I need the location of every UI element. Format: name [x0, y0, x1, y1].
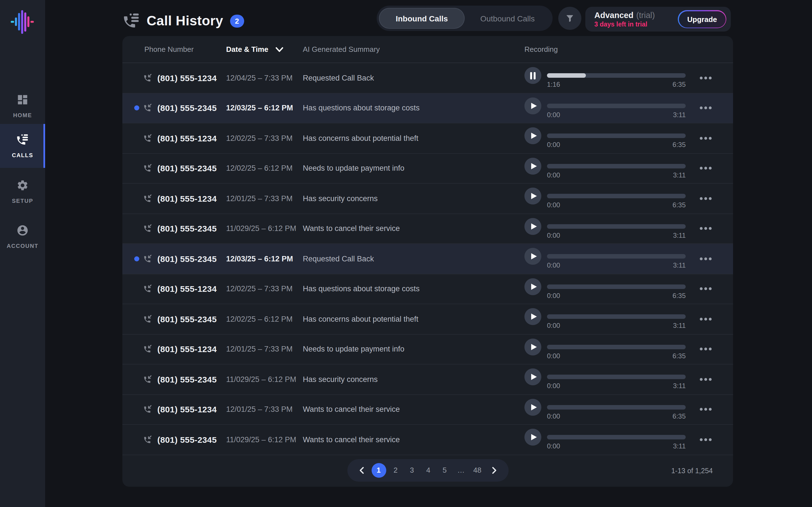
play-pause-button[interactable]: [524, 339, 541, 355]
incoming-call-icon: [143, 103, 152, 113]
call-log-icon: [16, 133, 29, 148]
chevron-right-icon: [490, 466, 498, 474]
table-row[interactable]: (801) 555-1234 12/01/25 – 7:33 PM Wants …: [122, 395, 733, 425]
progress-bar[interactable]: 0:00 6:35: [547, 405, 686, 409]
table-row[interactable]: (801) 555-1234 12/04/25 – 7:33 PM Reques…: [122, 63, 733, 93]
table-row[interactable]: (801) 555-2345 11/029/25 – 6:12 PM Has s…: [122, 364, 733, 395]
row-actions-menu-button[interactable]: [697, 254, 714, 264]
sidebar-item-label: SETUP: [12, 198, 33, 204]
progress-bar[interactable]: 1:16 6:35: [547, 73, 686, 78]
progress-bar[interactable]: 0:00 3:11: [547, 375, 686, 379]
phone-number: (801) 555-2345: [157, 314, 226, 324]
funnel-icon: [565, 13, 574, 23]
progress-bar[interactable]: 0:00 3:11: [547, 224, 686, 229]
play-icon: [530, 252, 537, 261]
play-pause-button[interactable]: [524, 98, 541, 114]
tab-inbound-calls[interactable]: Inbound Calls: [379, 8, 465, 29]
play-pause-button[interactable]: [524, 308, 541, 325]
progress-track: [547, 224, 686, 229]
ai-summary: Has concerns about potential theft: [303, 134, 524, 143]
row-actions-menu-button[interactable]: [697, 103, 714, 113]
total-duration: 6:35: [672, 141, 686, 149]
ai-summary: Wants to cancel their service: [303, 405, 524, 414]
time-labels: 0:00 6:35: [547, 141, 686, 149]
progress-bar[interactable]: 0:00 3:11: [547, 315, 686, 319]
play-pause-button[interactable]: [524, 67, 541, 84]
progress-track: [547, 345, 686, 349]
call-history-panel: Phone Number Date & Time AI Generated Su…: [122, 36, 733, 487]
gear-icon: [16, 179, 29, 194]
elapsed-time: 0:00: [547, 202, 560, 209]
plan-info: Advanced(trial) 3 days left in trial: [594, 11, 655, 27]
row-actions-menu-button[interactable]: [697, 133, 714, 143]
filter-button[interactable]: [558, 7, 581, 30]
time-labels: 0:00 3:11: [547, 443, 686, 450]
progress-bar[interactable]: 0:00 3:11: [547, 255, 686, 259]
tab-outbound-calls[interactable]: Outbound Calls: [465, 8, 550, 29]
play-pause-button[interactable]: [524, 399, 541, 416]
page-header: Call History 2: [123, 9, 244, 33]
column-header-phone-number: Phone Number: [130, 45, 226, 54]
total-duration: 6:35: [672, 202, 686, 209]
progress-bar[interactable]: 0:00 6:35: [547, 134, 686, 138]
recording-player: 0:00 6:35: [524, 188, 686, 205]
row-actions-menu-button[interactable]: [697, 435, 714, 445]
pagination-next-button[interactable]: [487, 466, 500, 474]
pagination-page-1[interactable]: 1: [371, 463, 386, 477]
play-pause-button[interactable]: [524, 128, 541, 145]
pagination-page-5[interactable]: 5: [438, 463, 451, 477]
incoming-call-icon: [143, 314, 152, 324]
row-actions-menu-button[interactable]: [697, 224, 714, 233]
progress-bar[interactable]: 0:00 3:11: [547, 164, 686, 168]
recording-player: 0:00 3:11: [524, 429, 686, 446]
play-pause-button[interactable]: [524, 218, 541, 235]
progress-bar[interactable]: 0:00 6:35: [547, 194, 686, 199]
row-actions-menu-button[interactable]: [697, 73, 714, 83]
table-row[interactable]: (801) 555-2345 11/029/25 – 6:12 PM Wants…: [122, 425, 733, 455]
sidebar-item-calls[interactable]: CALLS: [0, 124, 45, 168]
pagination-page-48[interactable]: 48: [470, 463, 484, 477]
row-actions-menu-button[interactable]: [697, 405, 714, 414]
table-row[interactable]: (801) 555-2345 12/03/25 – 6:12 PM Has qu…: [122, 93, 733, 123]
table-row[interactable]: (801) 555-1234 12/02/25 – 7:33 PM Has co…: [122, 123, 733, 154]
column-header-date-time-sort[interactable]: Date & Time: [226, 45, 303, 54]
pagination-prev-button[interactable]: [355, 466, 368, 474]
table-row[interactable]: (801) 555-2345 12/02/25 – 6:12 PM Needs …: [122, 154, 733, 184]
play-pause-button[interactable]: [524, 369, 541, 386]
upgrade-button[interactable]: Upgrade: [679, 11, 725, 27]
row-actions-menu-button[interactable]: [697, 344, 714, 354]
play-pause-button[interactable]: [524, 158, 541, 175]
progress-bar[interactable]: 0:00 3:11: [547, 104, 686, 108]
table-row[interactable]: (801) 555-2345 11/029/25 – 6:12 PM Wants…: [122, 214, 733, 244]
pagination-page-3[interactable]: 3: [405, 463, 419, 477]
table-row[interactable]: (801) 555-2345 12/03/25 – 6:12 PM Reques…: [122, 244, 733, 274]
row-actions-menu-button[interactable]: [697, 284, 714, 294]
row-actions-menu-button[interactable]: [697, 164, 714, 173]
play-pause-button[interactable]: [524, 188, 541, 205]
table-row[interactable]: (801) 555-1234 12/01/25 – 7:33 PM Has se…: [122, 184, 733, 214]
row-actions-menu-button[interactable]: [697, 314, 714, 324]
progress-bar[interactable]: 0:00 6:35: [547, 284, 686, 289]
page-title: Call History: [147, 13, 223, 29]
sidebar-item-account[interactable]: ACCOUNT: [0, 220, 45, 253]
row-actions-menu-button[interactable]: [697, 375, 714, 384]
phone-number: (801) 555-1234: [157, 284, 226, 294]
sidebar-item-setup[interactable]: SETUP: [0, 175, 45, 209]
progress-bar[interactable]: 0:00 6:35: [547, 345, 686, 349]
play-icon: [530, 403, 537, 411]
sidebar-item-label: HOME: [13, 112, 32, 118]
play-pause-button[interactable]: [524, 429, 541, 446]
row-actions-menu-button[interactable]: [697, 194, 714, 203]
sidebar-item-home[interactable]: HOME: [0, 89, 45, 123]
pagination-page-4[interactable]: 4: [421, 463, 435, 477]
play-pause-button[interactable]: [524, 278, 541, 295]
table-row[interactable]: (801) 555-1234 12/02/25 – 7:33 PM Has qu…: [122, 274, 733, 304]
progress-bar[interactable]: 0:00 3:11: [547, 435, 686, 440]
recording-player: 0:00 3:11: [524, 98, 686, 114]
time-labels: 0:00 6:35: [547, 202, 686, 209]
table-row[interactable]: (801) 555-2345 12/02/25 – 6:12 PM Has co…: [122, 304, 733, 334]
play-pause-button[interactable]: [524, 248, 541, 265]
pagination-page-2[interactable]: 2: [389, 463, 402, 477]
table-row[interactable]: (801) 555-1234 12/01/25 – 7:33 PM Needs …: [122, 334, 733, 364]
person-icon: [16, 224, 29, 239]
